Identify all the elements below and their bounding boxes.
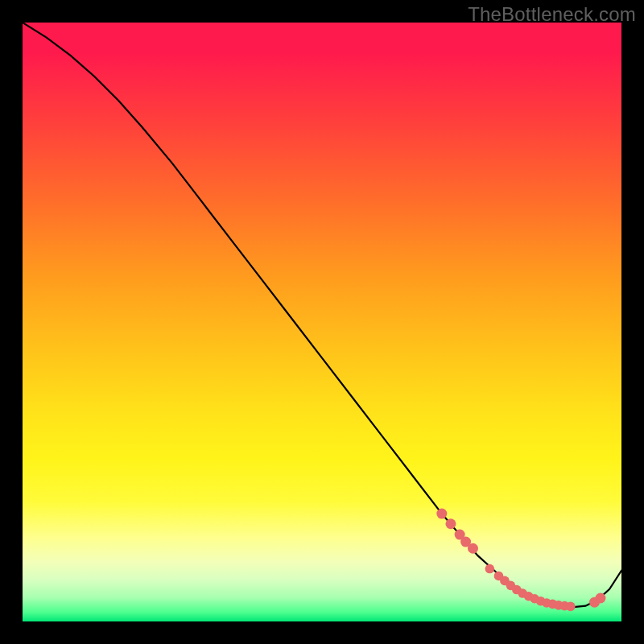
data-point bbox=[566, 602, 576, 612]
plot-area bbox=[23, 23, 621, 621]
chart-frame: TheBottleneck.com bbox=[0, 0, 644, 644]
bottleneck-curve bbox=[23, 23, 621, 607]
data-point bbox=[595, 592, 605, 603]
data-point bbox=[468, 543, 478, 554]
watermark-text: TheBottleneck.com bbox=[468, 3, 636, 26]
data-point bbox=[485, 564, 495, 574]
data-cluster-minimum bbox=[485, 564, 576, 611]
data-cluster-rise bbox=[589, 592, 605, 607]
curve-layer bbox=[23, 23, 621, 621]
data-point bbox=[436, 509, 447, 519]
data-cluster-descent bbox=[436, 509, 478, 554]
data-point bbox=[445, 518, 456, 529]
